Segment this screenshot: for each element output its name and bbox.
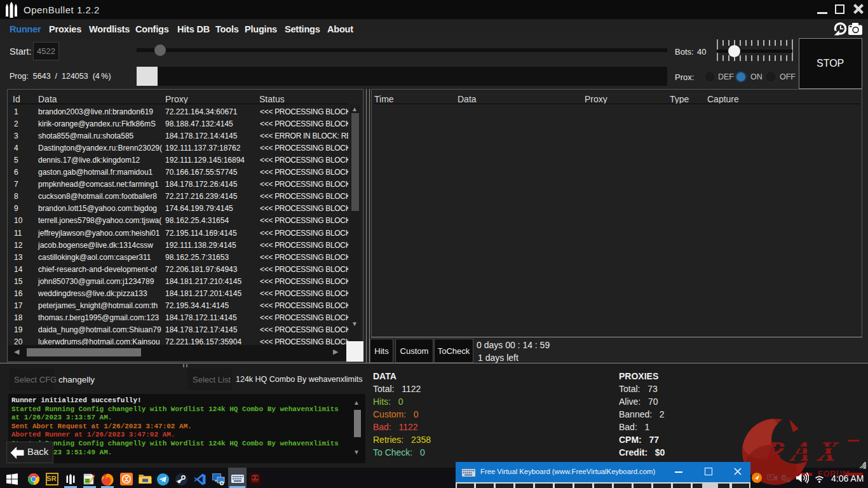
svg-text:RAX: RAX (763, 435, 848, 467)
